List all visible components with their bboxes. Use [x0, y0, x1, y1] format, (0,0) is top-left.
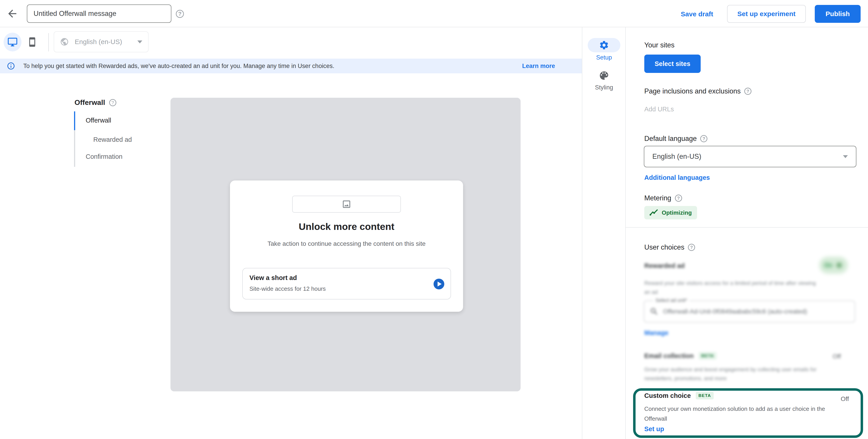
- custom-choice-set-up-link[interactable]: Set up: [644, 426, 664, 433]
- default-language-help-icon[interactable]: ?: [700, 135, 707, 142]
- play-button[interactable]: [434, 279, 444, 289]
- nav-rail: [74, 112, 75, 167]
- offerwall-nav-heading-label: Offerwall: [74, 98, 105, 107]
- user-choices-label: User choices: [644, 243, 684, 251]
- toggle-knob: [837, 263, 842, 268]
- gear-icon: [599, 40, 609, 50]
- banner-text: To help you get started with Rewarded ad…: [23, 63, 522, 69]
- rewarded-ad-title: Rewarded ad: [644, 262, 685, 270]
- metering-label: Metering: [644, 194, 671, 202]
- logo-placeholder-box: [292, 196, 401, 213]
- metering-help-icon[interactable]: ?: [675, 194, 682, 202]
- custom-choice-label: Custom choice: [644, 392, 691, 400]
- desktop-preview-toggle[interactable]: [4, 33, 22, 52]
- offerwall-preview-card: Unlock more content Take action to conti…: [230, 181, 463, 312]
- default-language-select[interactable]: English (en-US): [644, 146, 856, 167]
- nav-rail-active-indicator: [74, 112, 75, 130]
- additional-languages-link[interactable]: Additional languages: [644, 174, 710, 181]
- desktop-icon: [7, 37, 18, 47]
- palette-icon: [598, 70, 610, 81]
- back-arrow-icon[interactable]: [6, 8, 18, 20]
- offerwall-help-icon[interactable]: ?: [109, 99, 116, 106]
- user-choices-heading: User choices ?: [644, 243, 695, 251]
- user-choices-help-icon[interactable]: ?: [688, 244, 695, 251]
- globe-icon: [60, 37, 69, 46]
- email-collection-title: Email collection BETA: [644, 352, 717, 359]
- info-icon: [7, 62, 15, 70]
- chevron-down-icon: [843, 155, 848, 158]
- email-collection-description: Grow your audience and boost engagement …: [644, 365, 832, 383]
- publish-button[interactable]: Publish: [815, 5, 861, 23]
- offerwall-nav-heading: Offerwall ?: [74, 98, 116, 107]
- custom-choice-title: Custom choice BETA: [644, 392, 714, 400]
- custom-choice-state: Off: [841, 396, 849, 403]
- email-collection-state: Off: [833, 353, 841, 360]
- view-ad-option-subtitle: Site-wide access for 12 hours: [249, 285, 326, 292]
- rewarded-ad-toggle[interactable]: On: [819, 257, 848, 274]
- nav-item-offerwall[interactable]: Offerwall: [86, 117, 111, 124]
- preview-title: Unlock more content: [230, 221, 463, 232]
- toggle-on-label: On: [824, 262, 833, 269]
- optimizing-trend-icon: [650, 209, 659, 217]
- toolbar-divider: [48, 33, 49, 52]
- select-sites-button[interactable]: Select sites: [644, 55, 701, 73]
- preview-canvas: Unlock more content Take action to conti…: [170, 98, 521, 391]
- mobile-preview-toggle[interactable]: [26, 35, 38, 49]
- custom-choice-description: Connect your own monetization solution t…: [644, 404, 830, 424]
- rewarded-ad-description: Reward your site visitors access for a l…: [644, 279, 821, 296]
- app-header: ? Save draft Set up experiment Publish: [0, 0, 868, 27]
- view-ad-option[interactable]: View a short ad Site-wide access for 12 …: [242, 268, 451, 300]
- learn-more-link[interactable]: Learn more: [522, 63, 555, 69]
- manage-link[interactable]: Manage: [644, 329, 669, 337]
- ad-unit-select-label: Select ad unit*: [653, 297, 689, 303]
- image-placeholder-icon: [342, 199, 351, 209]
- page-inclusions-heading: Page inclusions and exclusions ?: [644, 87, 751, 95]
- metering-heading: Metering ?: [644, 194, 682, 202]
- metering-status-text: Optimizing: [662, 209, 692, 216]
- default-language-value: English (en-US): [652, 153, 843, 161]
- search-icon: [650, 307, 659, 316]
- divider-tabs-settings: [625, 27, 626, 439]
- tab-setup-label[interactable]: Setup: [588, 54, 620, 61]
- email-collection-label: Email collection: [644, 352, 694, 359]
- set-up-experiment-button[interactable]: Set up experiment: [727, 5, 806, 23]
- view-ad-option-title: View a short ad: [249, 274, 297, 282]
- preview-language-value: English (en-US): [75, 38, 137, 45]
- tab-setup[interactable]: [588, 38, 620, 52]
- ad-unit-value: Offerwall-Ad-Unit-0f0849aababc59c6 (auto…: [663, 308, 807, 315]
- play-icon: [438, 282, 442, 286]
- default-language-label: Default language: [644, 135, 696, 143]
- custom-choice-beta-badge: BETA: [696, 392, 714, 400]
- metering-status-badge: Optimizing: [644, 206, 697, 219]
- email-collection-beta-badge: BETA: [699, 352, 717, 359]
- nav-item-confirmation[interactable]: Confirmation: [86, 153, 122, 160]
- your-sites-heading: Your sites: [644, 41, 675, 49]
- page-inclusions-label: Page inclusions and exclusions: [644, 87, 741, 95]
- nav-item-rewarded-ad[interactable]: Rewarded ad: [93, 136, 132, 143]
- add-urls-input[interactable]: Add URLs: [644, 105, 674, 113]
- ad-unit-select[interactable]: Select ad unit* Offerwall-Ad-Unit-0f0849…: [644, 301, 855, 322]
- tab-styling[interactable]: [597, 70, 611, 82]
- your-sites-label: Your sites: [644, 41, 675, 49]
- chevron-down-icon: [137, 40, 142, 43]
- message-title-input[interactable]: [27, 4, 172, 23]
- rewarded-ad-label: Rewarded ad: [644, 262, 685, 270]
- preview-language-select[interactable]: English (en-US): [54, 31, 149, 52]
- divider-preview-tabs: [582, 27, 582, 439]
- page-inclusions-help-icon[interactable]: ?: [744, 88, 751, 95]
- title-help-icon[interactable]: ?: [176, 10, 184, 18]
- preview-subtitle: Take action to continue accessing the co…: [257, 238, 436, 249]
- save-draft-button[interactable]: Save draft: [681, 10, 713, 18]
- settings-divider: [626, 227, 868, 228]
- default-language-heading: Default language ?: [644, 135, 707, 143]
- mobile-icon: [27, 36, 37, 48]
- tab-styling-label[interactable]: Styling: [588, 84, 620, 91]
- info-banner: To help you get started with Rewarded ad…: [0, 59, 582, 73]
